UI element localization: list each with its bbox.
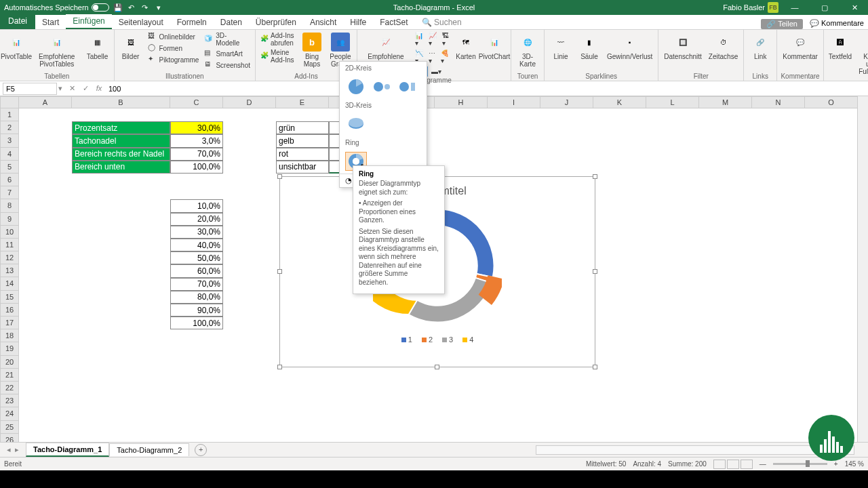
- qat-customize-icon[interactable]: ▾: [154, 3, 163, 12]
- scatter-chart-icon[interactable]: ⋯▾: [427, 49, 437, 65]
- row-header[interactable]: 13: [0, 264, 19, 277]
- view-pagebreak-icon[interactable]: [741, 460, 753, 469]
- waterfall-chart-icon[interactable]: 🏗▾: [440, 31, 451, 47]
- user-avatar[interactable]: FB: [768, 2, 778, 13]
- row-header[interactable]: 22: [0, 382, 19, 394]
- cell[interactable]: 70,0%: [170, 148, 223, 161]
- cell[interactable]: 60,0%: [170, 264, 223, 277]
- file-tab[interactable]: Datei: [0, 14, 35, 29]
- close-button[interactable]: ✕: [841, 0, 868, 15]
- combo-chart-icon[interactable]: 🍕▾: [439, 49, 451, 65]
- column-header[interactable]: D: [223, 96, 276, 108]
- my-addins-button[interactable]: 🧩Meine Add-Ins: [258, 48, 297, 64]
- view-normal-icon[interactable]: [713, 460, 726, 469]
- tab-ueberpruefen[interactable]: Überprüfen: [249, 16, 303, 29]
- resize-handle[interactable]: [435, 365, 439, 369]
- row-header[interactable]: 8: [0, 199, 19, 212]
- tab-start[interactable]: Start: [35, 16, 66, 29]
- row-header[interactable]: 5: [0, 161, 19, 174]
- row-header[interactable]: 24: [0, 407, 19, 420]
- resize-handle[interactable]: [277, 269, 282, 274]
- column-header[interactable]: C: [170, 96, 223, 108]
- row-header[interactable]: 7: [0, 186, 19, 199]
- row-header[interactable]: 25: [0, 421, 19, 434]
- cell[interactable]: Tachonadel: [72, 134, 170, 147]
- column-header[interactable]: J: [540, 96, 593, 108]
- save-icon[interactable]: 💾: [113, 3, 123, 12]
- get-addins-button[interactable]: 🧩Add-Ins abrufen: [258, 31, 297, 47]
- comments-button[interactable]: 💬 Kommentare: [810, 19, 864, 29]
- sparkline-winloss-button[interactable]: ▪Gewinn/Verlust: [604, 31, 655, 62]
- sheet-tab-active[interactable]: Tacho-Diagramm_1: [26, 443, 109, 457]
- resize-handle[interactable]: [277, 174, 282, 179]
- pie-3d-option[interactable]: [345, 115, 367, 134]
- row-header[interactable]: 15: [0, 291, 19, 304]
- pie-of-pie-option[interactable]: [371, 77, 393, 96]
- formula-input[interactable]: 100: [104, 85, 868, 93]
- resize-handle[interactable]: [593, 365, 597, 369]
- maps-button[interactable]: 🗺Karten: [452, 31, 479, 62]
- resize-handle[interactable]: [277, 365, 282, 369]
- cell[interactable]: unsichtbar: [276, 161, 329, 174]
- cell[interactable]: 40,0%: [170, 239, 223, 251]
- add-sheet-button[interactable]: +: [195, 444, 207, 456]
- cell[interactable]: 100,0%: [170, 317, 223, 329]
- redo-icon[interactable]: ↷: [140, 3, 150, 12]
- tab-formeln[interactable]: Formeln: [170, 16, 214, 29]
- column-header[interactable]: I: [488, 96, 540, 108]
- user-name[interactable]: Fabio Basler: [723, 3, 765, 12]
- sparkline-line-button[interactable]: 〰Linie: [547, 31, 574, 62]
- line-chart-icon[interactable]: 📈▾: [427, 31, 439, 47]
- cell[interactable]: 3,0%: [170, 134, 223, 147]
- pivottable-button[interactable]: 📊PivotTable: [3, 31, 30, 62]
- icons-button[interactable]: ✦Piktogramme: [146, 54, 201, 65]
- autosave-toggle[interactable]: Automatisches Speichern: [4, 3, 109, 12]
- bar-chart-icon[interactable]: ▬▾: [429, 66, 443, 77]
- link-button[interactable]: 🔗Link: [747, 31, 774, 62]
- tab-seitenlayout[interactable]: Seitenlayout: [112, 16, 170, 29]
- zoom-out-icon[interactable]: —: [760, 460, 766, 468]
- 3d-map-button[interactable]: 🌐3D-Karte: [514, 31, 541, 69]
- pie-2d-option[interactable]: [345, 77, 367, 96]
- timeline-button[interactable]: ⏱Zeitachse: [706, 31, 741, 62]
- pivotchart-button[interactable]: 📊PivotChart: [481, 31, 508, 62]
- share-button[interactable]: 🔗 Teilen: [761, 19, 803, 29]
- minimize-button[interactable]: —: [781, 0, 808, 15]
- shapes-button[interactable]: ◯Formen: [146, 43, 201, 54]
- column-header[interactable]: N: [752, 96, 805, 108]
- column-header[interactable]: K: [593, 96, 646, 108]
- row-header[interactable]: 3: [0, 134, 19, 147]
- row-header[interactable]: 6: [0, 174, 19, 186]
- cell[interactable]: grün: [276, 121, 329, 134]
- cell[interactable]: gelb: [276, 134, 329, 147]
- sheet-tab[interactable]: Tacho-Diagramm_2: [109, 443, 189, 456]
- select-all-corner[interactable]: [0, 96, 19, 108]
- screenshot-button[interactable]: 🖥Screenshot: [202, 60, 252, 70]
- maximize-button[interactable]: ▢: [811, 0, 838, 15]
- online-pictures-button[interactable]: 🖼Onlinebilder: [146, 31, 201, 42]
- row-header[interactable]: 9: [0, 213, 19, 226]
- textbox-button[interactable]: 🅰Textfeld: [827, 31, 854, 62]
- cell[interactable]: 70,0%: [170, 278, 223, 291]
- recommended-pivot-button[interactable]: 📊Empfohlene PivotTables: [31, 31, 83, 69]
- pictures-button[interactable]: 🖼Bilder: [117, 31, 144, 62]
- column-chart-icon[interactable]: 📊▾: [413, 31, 425, 47]
- cell[interactable]: 30,0%: [170, 226, 223, 239]
- undo-icon[interactable]: ↶: [127, 3, 136, 12]
- zoom-level[interactable]: 145 %: [845, 460, 864, 468]
- cell[interactable]: 90,0%: [170, 304, 223, 317]
- cell[interactable]: 10,0%: [170, 199, 223, 212]
- cell[interactable]: rot: [276, 148, 329, 161]
- sheet-nav-prev-icon[interactable]: ◂: [7, 445, 11, 454]
- row-header[interactable]: 1: [0, 108, 19, 121]
- cell[interactable]: 30,0%: [170, 121, 223, 134]
- row-header[interactable]: 20: [0, 356, 19, 369]
- fx-icon[interactable]: fx: [94, 84, 104, 93]
- sparkline-column-button[interactable]: ▮Säule: [576, 31, 603, 62]
- sheet-nav-next-icon[interactable]: ▸: [15, 445, 19, 454]
- row-header[interactable]: 17: [0, 317, 19, 329]
- row-header[interactable]: 14: [0, 277, 19, 290]
- row-header[interactable]: 2: [0, 121, 19, 134]
- tab-hilfe[interactable]: Hilfe: [343, 16, 373, 29]
- column-header[interactable]: L: [646, 96, 699, 108]
